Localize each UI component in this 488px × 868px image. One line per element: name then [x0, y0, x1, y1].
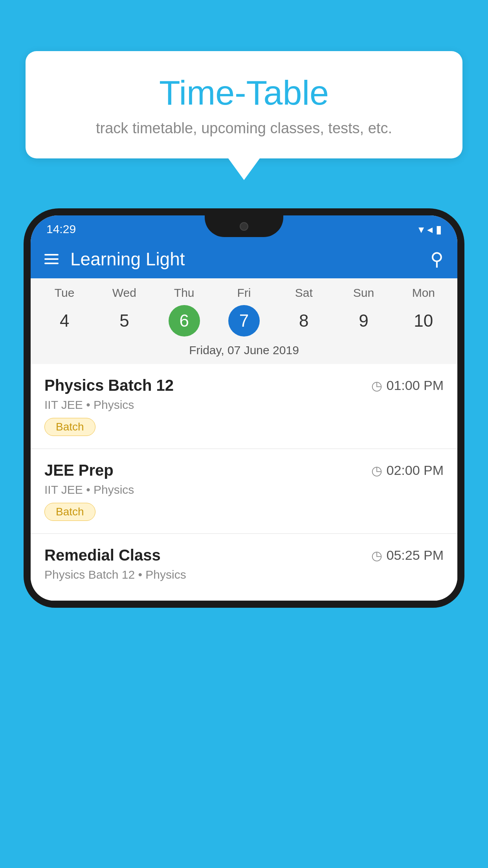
phone-inner: 14:29 ▾ ◂ ▮ Learning Light ⚲ Tue4We — [31, 215, 457, 601]
time-value: 01:00 PM — [386, 378, 444, 393]
batch-tag: Batch — [44, 503, 95, 521]
day-number[interactable]: 8 — [288, 305, 319, 337]
day-col-wed[interactable]: Wed5 — [99, 286, 150, 337]
camera — [240, 222, 248, 231]
wifi-icon: ▾ — [418, 223, 424, 236]
batch-tag: Batch — [44, 418, 95, 436]
bubble-subtitle: track timetable, upcoming classes, tests… — [49, 120, 439, 137]
day-number[interactable]: 10 — [408, 305, 439, 337]
schedule-item-time: ◷ 05:25 PM — [371, 548, 444, 563]
schedule-list: Physics Batch 12 ◷ 01:00 PM IIT JEE • Ph… — [31, 364, 457, 601]
day-name: Fri — [237, 286, 251, 300]
selected-date-label: Friday, 07 June 2019 — [31, 337, 457, 364]
status-bar: 14:29 ▾ ◂ ▮ — [31, 215, 457, 240]
app-bar: Learning Light ⚲ — [31, 240, 457, 278]
day-col-tue[interactable]: Tue4 — [39, 286, 90, 337]
clock-icon: ◷ — [371, 378, 382, 393]
clock-icon: ◷ — [371, 548, 382, 563]
schedule-item-header: Physics Batch 12 ◷ 01:00 PM — [44, 377, 444, 394]
status-icons: ▾ ◂ ▮ — [418, 223, 442, 236]
day-number[interactable]: 5 — [108, 305, 140, 337]
day-col-fri[interactable]: Fri7 — [218, 286, 270, 337]
clock-icon: ◷ — [371, 463, 382, 478]
day-name: Wed — [112, 286, 136, 300]
schedule-item-time: ◷ 01:00 PM — [371, 378, 444, 393]
day-col-thu[interactable]: Thu6 — [159, 286, 210, 337]
schedule-item-title: JEE Prep — [44, 462, 114, 479]
schedule-item-1[interactable]: JEE Prep ◷ 02:00 PM IIT JEE • Physics Ba… — [31, 449, 457, 534]
bubble-title: Time-Table — [49, 73, 439, 113]
day-number[interactable]: 4 — [49, 305, 80, 337]
schedule-item-0[interactable]: Physics Batch 12 ◷ 01:00 PM IIT JEE • Ph… — [31, 364, 457, 449]
day-name: Mon — [412, 286, 435, 300]
calendar-strip: Tue4Wed5Thu6Fri7Sat8Sun9Mon10 Friday, 07… — [31, 278, 457, 364]
day-name: Thu — [174, 286, 194, 300]
time-value: 05:25 PM — [386, 548, 444, 563]
schedule-item-title: Physics Batch 12 — [44, 377, 174, 394]
phone-container: 14:29 ▾ ◂ ▮ Learning Light ⚲ Tue4We — [24, 208, 464, 868]
speech-bubble-card: Time-Table track timetable, upcoming cla… — [26, 51, 462, 158]
battery-icon: ▮ — [436, 223, 442, 236]
schedule-item-time: ◷ 02:00 PM — [371, 463, 444, 478]
phone-notch — [205, 215, 283, 237]
speech-bubble-section: Time-Table track timetable, upcoming cla… — [26, 51, 462, 180]
schedule-item-2[interactable]: Remedial Class ◷ 05:25 PM Physics Batch … — [31, 534, 457, 601]
day-name: Sat — [295, 286, 313, 300]
day-name: Sun — [353, 286, 374, 300]
day-name: Tue — [55, 286, 75, 300]
day-col-sun[interactable]: Sun9 — [338, 286, 389, 337]
signal-icon: ◂ — [427, 223, 433, 236]
schedule-item-subtitle: IIT JEE • Physics — [44, 483, 444, 497]
schedule-item-title: Remedial Class — [44, 546, 161, 564]
schedule-item-header: JEE Prep ◷ 02:00 PM — [44, 462, 444, 479]
day-col-mon[interactable]: Mon10 — [398, 286, 449, 337]
schedule-item-header: Remedial Class ◷ 05:25 PM — [44, 546, 444, 564]
status-time: 14:29 — [46, 223, 76, 236]
time-value: 02:00 PM — [386, 463, 444, 478]
schedule-item-subtitle: Physics Batch 12 • Physics — [44, 568, 444, 581]
day-number[interactable]: 7 — [228, 305, 260, 337]
hamburger-menu-button[interactable] — [44, 254, 59, 264]
day-number[interactable]: 9 — [348, 305, 380, 337]
app-title: Learning Light — [70, 248, 418, 270]
schedule-item-subtitle: IIT JEE • Physics — [44, 398, 444, 412]
bubble-arrow — [228, 158, 260, 180]
days-row: Tue4Wed5Thu6Fri7Sat8Sun9Mon10 — [31, 286, 457, 337]
day-number[interactable]: 6 — [169, 305, 200, 337]
search-icon[interactable]: ⚲ — [430, 248, 444, 270]
day-col-sat[interactable]: Sat8 — [278, 286, 329, 337]
phone-outer: 14:29 ▾ ◂ ▮ Learning Light ⚲ Tue4We — [24, 208, 464, 608]
